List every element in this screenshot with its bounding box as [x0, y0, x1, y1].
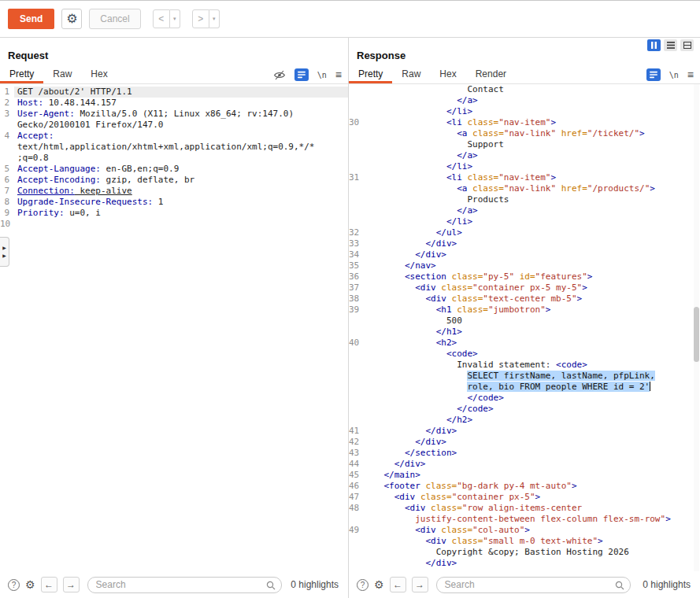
code-line[interactable]: Gecko/20100101 Firefox/147.0: [0, 120, 348, 131]
code-line[interactable]: 39 <h1 class="jumbotron">: [349, 305, 700, 316]
code-line[interactable]: 33 </div>: [349, 238, 700, 249]
code-line[interactable]: 49 <div class="col-auto">: [349, 525, 700, 536]
code-line[interactable]: <code>: [349, 349, 700, 360]
code-line[interactable]: 34 </div>: [349, 249, 700, 260]
search-input[interactable]: [436, 577, 631, 593]
code-line[interactable]: </a>: [349, 150, 700, 161]
prev-match-button[interactable]: ←: [390, 577, 406, 592]
prev-request-dropdown[interactable]: ▾: [170, 9, 180, 28]
request-editor[interactable]: 1GET /about/2' HTTP/1.12Host: 10.48.144.…: [0, 84, 348, 571]
request-settings-button[interactable]: ⚙: [61, 9, 82, 29]
code-line[interactable]: Support: [349, 139, 700, 150]
next-request-button[interactable]: >: [192, 9, 209, 28]
inspector-collapsed-tab[interactable]: ▶ ▶: [0, 237, 9, 267]
code-line[interactable]: 4Accept:: [0, 131, 348, 142]
code-line[interactable]: 43 </section>: [349, 448, 700, 459]
search-settings-icon[interactable]: ⚙: [25, 579, 35, 590]
code-line[interactable]: 47 <div class="container px-5">: [349, 492, 700, 503]
code-line[interactable]: </code>: [349, 404, 700, 415]
next-match-button[interactable]: →: [63, 577, 80, 592]
pretty-print-toggle-button[interactable]: [646, 68, 661, 81]
code-line[interactable]: 30 <li class="nav-item">: [349, 117, 700, 128]
code-line[interactable]: 42 </div>: [349, 437, 700, 448]
code-line[interactable]: <a class="nav-link" href="/products/">: [349, 183, 700, 194]
code-line[interactable]: justify-content-between flex-column flex…: [349, 514, 700, 525]
code-line[interactable]: Products: [349, 194, 700, 205]
request-tab-raw[interactable]: Raw: [43, 66, 81, 83]
code-line[interactable]: text/html,application/xhtml+xml,applicat…: [0, 142, 348, 153]
response-tab-raw[interactable]: Raw: [392, 66, 430, 83]
code-line[interactable]: 8Upgrade-Insecure-Requests: 1: [0, 197, 348, 208]
request-code-lines: 1GET /about/2' HTTP/1.12Host: 10.48.144.…: [0, 87, 348, 230]
code-line[interactable]: <div class="small m-0 text-white">: [349, 536, 700, 547]
response-editor[interactable]: Contact </a> </li>30 <li class="nav-item…: [349, 84, 700, 571]
code-line[interactable]: Contact: [349, 84, 700, 95]
code-line[interactable]: 31 <li class="nav-item">: [349, 172, 700, 183]
code-line[interactable]: </li>: [349, 161, 700, 172]
scrollbar-thumb[interactable]: [694, 307, 699, 362]
prev-request-button[interactable]: <: [153, 9, 170, 28]
code-line[interactable]: 40 <h2>: [349, 338, 700, 349]
code-line[interactable]: Copyright &copy; Bastion Hosting 2026: [349, 547, 700, 558]
code-line[interactable]: </h2>: [349, 415, 700, 426]
search-settings-icon[interactable]: ⚙: [374, 579, 384, 590]
code-line[interactable]: ;q=0.8: [0, 153, 348, 164]
code-line[interactable]: 45 </main>: [349, 470, 700, 481]
request-tab-pretty[interactable]: Pretty: [0, 66, 43, 83]
code-line[interactable]: </div>: [349, 558, 700, 569]
code-line[interactable]: Invalid statement: <code>: [349, 360, 700, 371]
prev-match-button[interactable]: ←: [41, 577, 57, 592]
code-line[interactable]: 48 <div class="row align-items-center: [349, 503, 700, 514]
response-tab-pretty[interactable]: Pretty: [349, 66, 392, 83]
code-line[interactable]: 5Accept-Language: en-GB,en;q=0.9: [0, 164, 348, 175]
response-scrollbar[interactable]: [694, 84, 699, 571]
code-line[interactable]: 38 <div class="text-center mb-5">: [349, 293, 700, 305]
send-button[interactable]: Send: [8, 9, 54, 29]
help-icon[interactable]: ?: [8, 579, 20, 591]
layout-combined-button[interactable]: [680, 39, 694, 51]
code-line[interactable]: </a>: [349, 95, 700, 106]
response-tab-hex[interactable]: Hex: [430, 66, 465, 83]
code-line[interactable]: </code>: [349, 393, 700, 404]
code-line[interactable]: role, bio FROM people WHERE id = 2': [349, 382, 700, 393]
code-line[interactable]: </li>: [349, 106, 700, 117]
pretty-print-toggle-button[interactable]: [294, 68, 309, 81]
show-newlines-button[interactable]: \n: [317, 71, 327, 79]
code-line[interactable]: 7Connection: keep-alive: [0, 186, 348, 197]
code-line[interactable]: </h1>: [349, 327, 700, 338]
response-tab-render[interactable]: Render: [466, 66, 516, 83]
code-line[interactable]: SELECT firstName, lastName, pfpLink,: [349, 371, 700, 382]
cancel-button[interactable]: Cancel: [89, 9, 140, 29]
layout-columns-button[interactable]: [647, 39, 661, 51]
help-icon[interactable]: ?: [357, 579, 369, 591]
code-line[interactable]: 44 </div>: [349, 459, 700, 470]
next-request-dropdown[interactable]: ▾: [209, 9, 220, 28]
code-line[interactable]: </li>: [349, 216, 700, 227]
code-line[interactable]: 10: [0, 219, 348, 230]
editor-menu-button[interactable]: ≡: [335, 68, 342, 81]
code-line[interactable]: 6Accept-Encoding: gzip, deflate, br: [0, 175, 348, 186]
code-text: Copyright &copy; Bastion Hosting 2026: [360, 547, 700, 558]
code-line[interactable]: 9Priority: u=0, i: [0, 208, 348, 219]
hide-nonprintable-button[interactable]: [273, 70, 286, 80]
code-line[interactable]: 37 <div class="container px-5 my-5">: [349, 282, 700, 293]
code-line[interactable]: 500: [349, 316, 700, 327]
code-line[interactable]: 2Host: 10.48.144.157: [0, 98, 348, 109]
code-line[interactable]: 46 <footer class="bg-dark py-4 mt-auto">: [349, 481, 700, 492]
layout-rows-button[interactable]: [664, 39, 677, 51]
code-line[interactable]: 1GET /about/2' HTTP/1.1: [0, 87, 348, 98]
line-number: [0, 142, 14, 153]
code-line[interactable]: <a class="nav-link" href="/ticket/">: [349, 128, 700, 139]
editor-menu-button[interactable]: ≡: [687, 68, 694, 81]
code-line[interactable]: 36 <section class="py-5" id="features">: [349, 271, 700, 282]
code-line[interactable]: 35 </nav>: [349, 260, 700, 271]
code-line[interactable]: 32 </ul>: [349, 227, 700, 238]
next-match-button[interactable]: →: [412, 577, 428, 592]
search-input[interactable]: [87, 577, 282, 593]
request-tab-hex[interactable]: Hex: [81, 66, 117, 83]
code-line[interactable]: 41 </div>: [349, 426, 700, 437]
line-number: [349, 216, 360, 227]
show-newlines-button[interactable]: \n: [669, 71, 679, 79]
code-line[interactable]: </a>: [349, 205, 700, 216]
code-line[interactable]: 3User-Agent: Mozilla/5.0 (X11; Linux x86…: [0, 109, 348, 120]
